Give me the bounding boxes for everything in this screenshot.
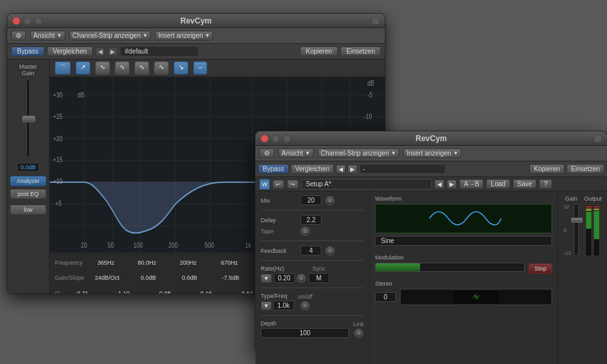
svg-text:+10: +10 <box>53 178 63 186</box>
channel-eq-titlebar: RevCym <box>7 14 385 28</box>
tape-icon[interactable]: ⊙ <box>301 227 310 236</box>
waveform-name[interactable]: Sine <box>375 236 552 246</box>
depth-label: Depth <box>261 320 349 327</box>
svg-text:+5: +5 <box>56 199 62 207</box>
insert-dropdown[interactable]: Insert anzeigen ▼ <box>155 31 213 41</box>
setup-prev-button[interactable]: ◀ <box>435 180 444 189</box>
type-freq-down-button[interactable]: ▼ <box>261 301 272 310</box>
einsetzen-button[interactable]: Einsetzen <box>340 46 381 56</box>
on-off-label: on/off <box>298 293 312 300</box>
q-val-1: 0.71 <box>65 290 101 293</box>
stereo-section: Stereo 0 <box>375 280 552 305</box>
mix-value[interactable]: 20 <box>301 195 321 205</box>
band-btn-6[interactable]: ∿ <box>154 61 169 74</box>
depth-value[interactable]: 100 <box>261 328 349 338</box>
setup-next-button[interactable]: ▶ <box>447 180 457 189</box>
band-btn-2[interactable]: ↗ <box>76 61 90 74</box>
modulation-stop-button[interactable]: Stop <box>529 263 553 274</box>
next-preset-button[interactable]: ▶ <box>108 47 118 56</box>
mf-preset-selector[interactable]: - <box>359 164 446 174</box>
redo-button[interactable]: ↪ <box>287 180 299 189</box>
gain-val-4: -7.5dB <box>213 274 249 281</box>
mf-maximize-button[interactable] <box>283 135 291 142</box>
window-controls <box>12 17 42 25</box>
undo-button[interactable]: ↩ <box>272 180 284 189</box>
mf-window-title: RevCym <box>416 134 447 143</box>
link-icon[interactable]: ⊙ <box>354 329 363 338</box>
svg-text:dB: dB <box>367 79 374 87</box>
chevron-down-icon: ▼ <box>57 33 62 39</box>
mf-vergleichen-button[interactable]: Vergleichen <box>291 164 334 174</box>
close-button[interactable] <box>12 17 20 25</box>
feedback-value[interactable]: 4 <box>301 246 321 256</box>
window-resize[interactable] <box>372 17 380 25</box>
mf-gear-icon[interactable]: ⚙ <box>259 148 274 158</box>
analyzer-button[interactable]: Analyzer <box>10 176 46 186</box>
mix-icon[interactable]: ⊙ <box>325 196 335 205</box>
mf-minimize-button[interactable] <box>272 135 280 142</box>
q-val-4: 0.16 <box>188 290 224 293</box>
gain-fader-thumb[interactable] <box>571 218 583 223</box>
feedback-icon[interactable]: ⊙ <box>325 246 335 256</box>
prev-preset-button[interactable]: ◀ <box>95 47 105 56</box>
kopieren-button[interactable]: Kopieren <box>300 46 338 56</box>
load-button[interactable]: Load <box>486 179 510 189</box>
mf-center-section: Waveform Sine Modulation S <box>370 191 558 364</box>
band-btn-1[interactable]: ⌒ <box>55 61 71 74</box>
band-btn-3[interactable]: ∿ <box>95 61 110 74</box>
help-button[interactable]: ? <box>539 179 552 189</box>
mf-toolbar: ⚙ Ansicht ▼ Channel-Strip anzeigen ▼ Ins… <box>255 146 607 161</box>
waveform-section: Waveform Sine <box>375 195 552 248</box>
delay-value[interactable]: 2.2 <box>301 215 321 225</box>
minimize-button[interactable] <box>24 17 31 25</box>
sync-value[interactable]: M <box>308 273 329 283</box>
post-eq-button[interactable]: post EQ <box>10 189 46 199</box>
type-freq-label: Type/Freq <box>261 293 294 299</box>
band-btn-4[interactable]: ∿ <box>115 61 129 74</box>
master-gain-fader[interactable] <box>26 79 30 157</box>
ansicht-dropdown[interactable]: Ansicht ▼ <box>30 31 65 41</box>
mf-next-preset-button[interactable]: ▶ <box>348 165 357 174</box>
mf-insert-dropdown[interactable]: Insert anzeigen ▼ <box>403 148 461 158</box>
preset-selector[interactable]: #default <box>120 46 199 56</box>
mf-bypass-button[interactable]: Bypass <box>258 164 289 174</box>
type-freq-value[interactable]: 1.0k <box>273 301 294 310</box>
on-off-icon[interactable]: ⊙ <box>301 301 310 310</box>
band-btn-7[interactable]: ↘ <box>174 61 188 74</box>
channel-strip-dropdown[interactable]: Channel-Strip anzeigen ▼ <box>69 31 151 41</box>
mf-window-resize[interactable] <box>594 135 602 142</box>
eq-band-buttons: ⌒ ↗ ∿ ∿ ∿ ∿ ↘ ⌣ <box>50 59 385 77</box>
svg-text:dB: dB <box>78 91 84 99</box>
gear-icon[interactable]: ⚙ <box>11 31 26 41</box>
vergleichen-button[interactable]: Vergleichen <box>47 46 93 56</box>
mf-kopieren-button[interactable]: Kopieren <box>529 164 565 174</box>
atob-button[interactable]: A→B <box>459 179 484 189</box>
save-button[interactable]: Save <box>513 179 537 189</box>
stereo-value[interactable]: 0 <box>375 292 396 302</box>
gain-output-row: Gain 12 0 -12 Output <box>563 195 602 256</box>
svg-text:200: 200 <box>169 241 178 249</box>
low-button[interactable]: low <box>10 205 46 215</box>
gain-slope-label: Gain/Slope <box>55 274 84 281</box>
mf-window-controls <box>261 135 291 142</box>
rate-value[interactable]: 0.20 <box>274 273 295 283</box>
rate-down-button[interactable]: ▼ <box>261 274 272 283</box>
maximize-button[interactable] <box>35 17 42 25</box>
mf-einsetzen-button[interactable]: Einsetzen <box>566 164 604 174</box>
band-btn-8[interactable]: ⌣ <box>193 61 207 74</box>
mf-channel-strip-dropdown[interactable]: Channel-Strip anzeigen ▼ <box>318 148 399 158</box>
band-btn-5[interactable]: ∿ <box>135 61 149 74</box>
gain-fader[interactable] <box>574 204 579 256</box>
gain-val-1: 24dB/Oct <box>90 274 125 281</box>
gain-fader-thumb[interactable] <box>22 116 35 122</box>
waves-icon[interactable]: W <box>259 179 270 190</box>
link-label: Link <box>353 321 364 327</box>
freq-val-4: 670Hz <box>212 259 248 266</box>
rate-icon[interactable]: ⊙ <box>297 274 306 283</box>
mf-close-button[interactable] <box>261 135 269 142</box>
bypass-button[interactable]: Bypass <box>11 46 44 56</box>
waveform-label: Waveform <box>375 195 552 202</box>
stereo-display <box>400 289 552 305</box>
mf-ansicht-dropdown[interactable]: Ansicht ▼ <box>278 148 314 158</box>
mf-prev-preset-button[interactable]: ◀ <box>336 165 346 174</box>
